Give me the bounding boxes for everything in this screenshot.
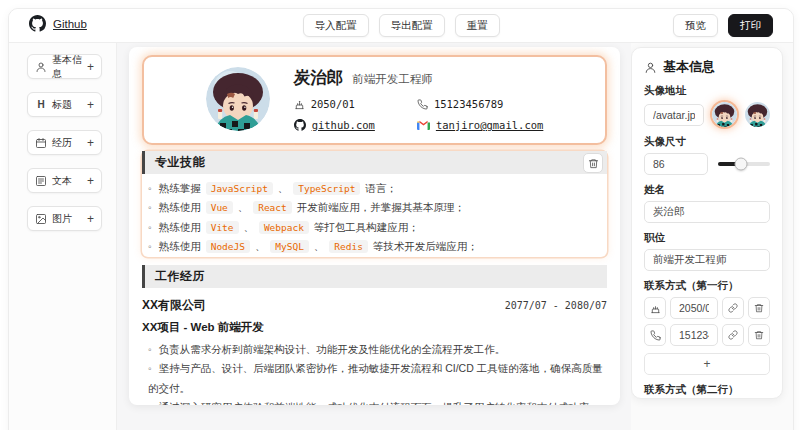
add-icon[interactable]: +: [87, 212, 94, 226]
contact-value-input[interactable]: [670, 324, 718, 346]
brand-wrap: Github: [29, 15, 303, 36]
user-icon: [35, 61, 47, 73]
job-label: 职位: [644, 231, 770, 245]
contact-email-link[interactable]: tanjiro@gmail.com: [417, 119, 543, 131]
tech-chip: JavaScript: [206, 182, 273, 195]
tech-chip: MySQL: [270, 240, 309, 253]
resume-header-block[interactable]: 炭治郎 前端开发工程师 2050/01 15123456789: [142, 55, 607, 145]
tech-chip: Webpack: [259, 221, 309, 234]
delete-row-button[interactable]: [748, 297, 770, 319]
birthday-cake-icon: [650, 303, 661, 314]
link-button[interactable]: [722, 297, 744, 319]
avatar-option-round[interactable]: [712, 102, 737, 127]
avatar-option-square[interactable]: [745, 102, 770, 127]
calendar-icon: [35, 137, 47, 149]
company-name: XX有限公司: [142, 297, 206, 314]
avatar-url-input[interactable]: [644, 104, 704, 126]
sidebar-item-heading[interactable]: H 标题 +: [27, 92, 102, 117]
export-config-button[interactable]: 导出配置: [379, 14, 445, 37]
birthday-cake-icon: [294, 99, 305, 110]
link-icon: [728, 303, 738, 313]
resume-preview: 炭治郎 前端开发工程师 2050/01 15123456789: [129, 47, 620, 405]
add-icon[interactable]: +: [87, 60, 94, 74]
trash-icon: [754, 330, 764, 340]
slider-thumb[interactable]: [735, 158, 748, 171]
add-icon[interactable]: +: [87, 136, 94, 150]
heading-icon: H: [35, 99, 47, 110]
trash-icon: [588, 158, 599, 169]
sidebar-item-label: 标题: [52, 98, 72, 112]
link-button[interactable]: [722, 324, 744, 346]
work-list: 负责从需求分析到前端架构设计、功能开发及性能优化的全流程开发工作。 坚持与产品、…: [142, 340, 607, 405]
image-icon: [35, 213, 47, 225]
sidebar-item-label: 经历: [52, 136, 72, 150]
preview-button[interactable]: 预览: [673, 14, 718, 37]
gmail-icon: [417, 120, 430, 130]
tech-chip: React: [253, 201, 292, 214]
contact-type-button[interactable]: [644, 297, 666, 319]
add-icon[interactable]: +: [87, 174, 94, 188]
contact-value-input[interactable]: [670, 297, 718, 319]
skill-bullet: 熟练掌握 JavaScript 、 TypeScript 语言；: [148, 179, 607, 198]
name-label: 姓名: [644, 183, 770, 197]
delete-row-button[interactable]: [748, 324, 770, 346]
contact-group1-label: 联系方式（第一行）: [644, 279, 770, 293]
tech-chip: Vite: [206, 221, 239, 234]
sidebar-item-experience[interactable]: 经历 +: [27, 130, 102, 155]
resume-job-title: 前端开发工程师: [352, 72, 433, 87]
sidebar-item-label: 文本: [52, 174, 72, 188]
brand-label: Github: [53, 18, 87, 30]
topbar: Github 导入配置 导出配置 重置 预览 打印: [9, 9, 793, 43]
add-contact-row1-button[interactable]: +: [644, 353, 770, 375]
avatar-url-label: 头像地址: [644, 84, 770, 98]
delete-section-button[interactable]: [583, 153, 603, 173]
import-config-button[interactable]: 导入配置: [303, 14, 369, 37]
avatar-size-input[interactable]: [644, 153, 708, 175]
sidebar-item-label: 基本信息: [52, 53, 82, 81]
section-work[interactable]: 工作经历 XX有限公司 2077/07 - 2080/07 XX项目 - Web…: [142, 265, 607, 405]
skills-list: 熟练掌握 JavaScript 、 TypeScript 语言；熟练使用 Vue…: [142, 179, 607, 257]
work-bullet: 坚持与产品、设计、后端团队紧密协作，推动敏捷开发流程和 CI/CD 工具链的落地…: [148, 359, 607, 398]
github-brand-link[interactable]: Github: [29, 15, 87, 32]
avatar-size-label: 头像尺寸: [644, 135, 770, 149]
avatar: [206, 67, 270, 131]
resume-header-info: 炭治郎 前端开发工程师 2050/01 15123456789: [294, 67, 544, 131]
section-skills[interactable]: 专业技能 熟练掌握 JavaScript 、 TypeScript 语言；熟练使…: [142, 151, 607, 257]
app-window: Github 导入配置 导出配置 重置 预览 打印 基本信息 + H 标题 +: [8, 8, 794, 430]
sidebar-item-basic-info[interactable]: 基本信息 +: [27, 54, 102, 79]
sidebar-item-image[interactable]: 图片 +: [27, 206, 102, 231]
contact-row: [644, 297, 770, 319]
sidebar: 基本信息 + H 标题 + 经历 + 文本 + 图片 +: [9, 43, 117, 430]
settings-panel: 基本信息 头像地址 头像尺寸 姓名 职位 联系方式（第一行）: [631, 47, 783, 399]
avatar-size-slider[interactable]: [718, 162, 770, 166]
print-button[interactable]: 打印: [728, 14, 773, 37]
sidebar-item-label: 图片: [52, 212, 72, 226]
content-area: 基本信息 + H 标题 + 经历 + 文本 + 图片 +: [9, 43, 793, 430]
tech-chip: Redis: [329, 240, 368, 253]
reset-button[interactable]: 重置: [455, 14, 500, 37]
job-input[interactable]: [644, 249, 770, 271]
contact-group2-label: 联系方式（第二行）: [644, 383, 770, 397]
sidebar-item-text[interactable]: 文本 +: [27, 168, 102, 193]
skill-bullet: 熟练使用 Vue 、 React 开发前端应用，并掌握其基本原理；: [148, 198, 607, 217]
contact-type-button[interactable]: [644, 324, 666, 346]
trash-icon: [754, 303, 764, 313]
resume-canvas: 炭治郎 前端开发工程师 2050/01 15123456789: [117, 43, 631, 430]
contact-grid: 2050/01 15123456789 github.com: [294, 98, 544, 131]
phone-icon: [650, 330, 661, 341]
project-title: XX项目 - Web 前端开发: [142, 320, 607, 335]
contact-github-link[interactable]: github.com: [294, 119, 375, 131]
tech-chip: NodeJS: [206, 240, 250, 253]
user-icon: [644, 61, 657, 74]
section-heading: 工作经历: [142, 265, 607, 288]
action-buttons: 预览 打印: [500, 14, 774, 37]
tech-chip: TypeScript: [293, 182, 360, 195]
text-icon: [35, 175, 47, 187]
github-icon: [29, 15, 46, 32]
add-icon[interactable]: +: [87, 98, 94, 112]
config-buttons: 导入配置 导出配置 重置: [303, 14, 500, 37]
tech-chip: Vue: [206, 201, 233, 214]
work-bullet: 负责从需求分析到前端架构设计、功能开发及性能优化的全流程开发工作。: [148, 340, 607, 359]
name-input[interactable]: [644, 201, 770, 223]
work-period: 2077/07 - 2080/07: [505, 300, 607, 311]
